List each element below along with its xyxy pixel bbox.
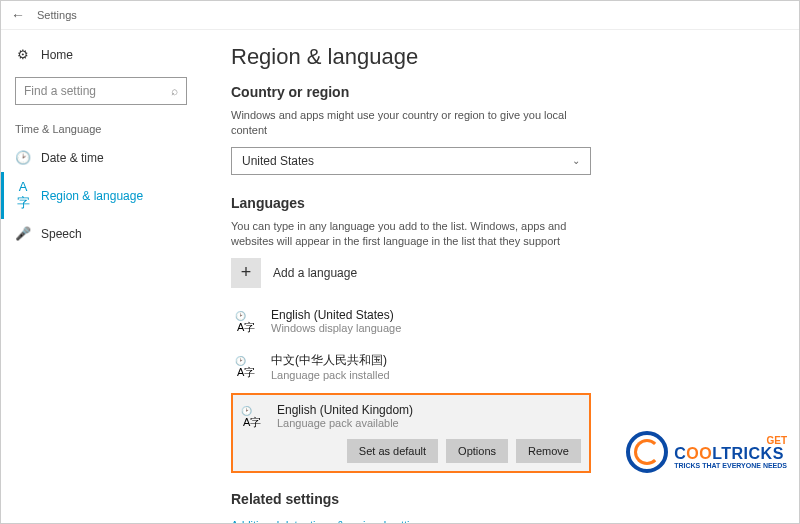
language-item-en-gb-selected[interactable]: 🕑A字 English (United Kingdom) Language pa…	[231, 393, 591, 473]
language-subtitle: Language pack available	[277, 417, 413, 429]
country-description: Windows and apps might use your country …	[231, 108, 591, 139]
add-language-label: Add a language	[273, 266, 357, 280]
sidebar-item-label: Date & time	[41, 151, 104, 165]
country-selected-value: United States	[242, 154, 314, 168]
plus-icon: +	[231, 258, 261, 288]
related-heading: Related settings	[231, 491, 769, 507]
language-icon: A字	[15, 179, 31, 212]
language-subtitle: Language pack installed	[271, 369, 390, 381]
clock-icon: 🕑	[15, 150, 31, 165]
language-subtitle: Windows display language	[271, 322, 401, 334]
sidebar-item-label: Region & language	[41, 189, 143, 203]
page-title: Region & language	[231, 44, 769, 70]
svg-text:A字: A字	[237, 321, 255, 333]
options-button[interactable]: Options	[446, 439, 508, 463]
svg-text:A字: A字	[237, 366, 255, 378]
language-glyph-icon: 🕑A字	[235, 309, 259, 333]
watermark-circle-icon	[626, 431, 668, 473]
watermark-logo: GET COOLTRICKS TRICKS THAT EVERYONE NEED…	[626, 431, 787, 473]
languages-description: You can type in any language you add to …	[231, 219, 591, 250]
language-glyph-icon: 🕑A字	[241, 404, 265, 428]
sidebar-item-date-time[interactable]: 🕑 Date & time	[1, 143, 201, 172]
svg-text:A字: A字	[243, 416, 261, 428]
sidebar-item-label: Speech	[41, 227, 82, 241]
sidebar-item-region-language[interactable]: A字 Region & language	[1, 172, 201, 219]
chevron-down-icon: ⌄	[572, 155, 580, 166]
remove-button[interactable]: Remove	[516, 439, 581, 463]
search-placeholder: Find a setting	[24, 84, 96, 98]
language-name: English (United States)	[271, 308, 401, 322]
window-title: Settings	[37, 9, 77, 21]
language-name: English (United Kingdom)	[277, 403, 413, 417]
sidebar: ⚙ Home Find a setting ⌕ Time & Language …	[1, 30, 201, 523]
titlebar: ← Settings	[1, 1, 799, 30]
section-label: Time & Language	[1, 119, 201, 143]
back-icon[interactable]: ←	[11, 7, 25, 23]
language-item-en-us[interactable]: 🕑A字 English (United States) Windows disp…	[231, 302, 591, 340]
home-button[interactable]: ⚙ Home	[1, 40, 201, 69]
search-input[interactable]: Find a setting ⌕	[15, 77, 187, 105]
add-language-button[interactable]: + Add a language	[231, 258, 769, 288]
watermark-brand: COOLTRICKS	[674, 446, 787, 462]
microphone-icon: 🎤	[15, 226, 31, 241]
language-item-zh-cn[interactable]: 🕑A字 中文(中华人民共和国) Language pack installed	[231, 346, 591, 387]
country-heading: Country or region	[231, 84, 769, 100]
watermark-tagline: TRICKS THAT EVERYONE NEEDS	[674, 462, 787, 469]
home-label: Home	[41, 48, 73, 62]
gear-icon: ⚙	[15, 47, 31, 62]
languages-heading: Languages	[231, 195, 769, 211]
language-name: 中文(中华人民共和国)	[271, 352, 390, 369]
related-settings-link[interactable]: Additional date, time, & regional settin…	[231, 519, 427, 523]
country-dropdown[interactable]: United States ⌄	[231, 147, 591, 175]
language-glyph-icon: 🕑A字	[235, 354, 259, 378]
set-default-button[interactable]: Set as default	[347, 439, 438, 463]
search-icon: ⌕	[171, 84, 178, 98]
sidebar-item-speech[interactable]: 🎤 Speech	[1, 219, 201, 248]
